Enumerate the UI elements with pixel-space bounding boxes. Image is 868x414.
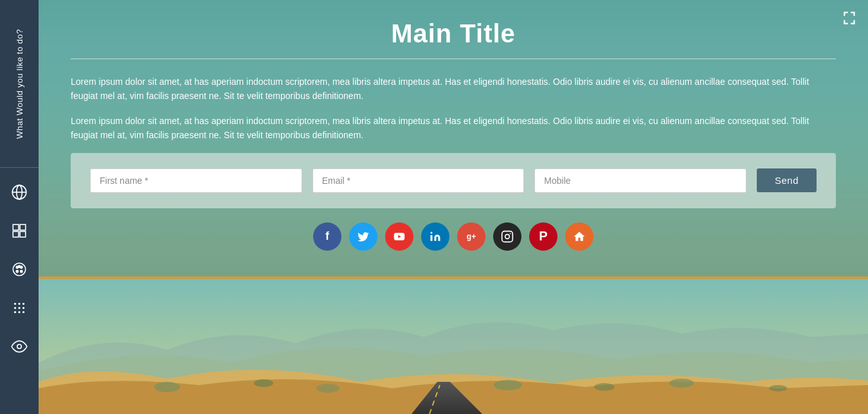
svg-point-25 — [505, 234, 510, 239]
first-name-input[interactable] — [90, 168, 302, 193]
twitter-button[interactable] — [349, 222, 377, 251]
send-button[interactable]: Send — [757, 168, 817, 192]
pinterest-button[interactable]: P — [529, 222, 557, 251]
svg-point-11 — [21, 271, 23, 273]
svg-point-16 — [14, 307, 16, 309]
svg-point-22 — [17, 345, 22, 349]
sidebar: What Would you like to do? — [0, 0, 39, 414]
main-title: Main Title — [71, 19, 836, 48]
svg-point-18 — [23, 307, 24, 309]
svg-point-14 — [18, 303, 20, 305]
svg-point-7 — [13, 263, 26, 276]
svg-point-20 — [18, 311, 20, 313]
svg-point-31 — [494, 380, 522, 390]
svg-point-34 — [769, 385, 787, 392]
linkedin-button[interactable] — [421, 222, 449, 251]
sidebar-icon-eye[interactable] — [0, 327, 39, 366]
form-row: Send — [90, 168, 817, 193]
youtube-button[interactable] — [385, 222, 413, 251]
facebook-button[interactable]: f — [313, 222, 341, 251]
sidebar-icon-palette[interactable] — [0, 250, 39, 289]
svg-point-23 — [431, 231, 433, 233]
social-row: f g+ P — [71, 222, 836, 257]
svg-point-32 — [594, 383, 615, 391]
home-button[interactable] — [565, 222, 593, 251]
svg-point-21 — [23, 311, 24, 313]
sidebar-icons — [0, 168, 39, 414]
svg-point-10 — [16, 271, 18, 273]
collapse-button[interactable] — [840, 8, 860, 28]
mobile-input[interactable] — [534, 168, 746, 193]
svg-point-19 — [14, 311, 16, 313]
svg-point-29 — [254, 379, 273, 387]
svg-rect-4 — [20, 224, 26, 230]
svg-point-26 — [510, 233, 511, 234]
email-input[interactable] — [312, 168, 525, 193]
main-content: Main Title Lorem ipsum dolor sit amet, a… — [39, 0, 868, 414]
svg-point-12 — [18, 266, 20, 267]
svg-rect-3 — [13, 224, 19, 230]
google-plus-button[interactable]: g+ — [457, 222, 485, 251]
sidebar-icon-box[interactable] — [0, 212, 39, 250]
svg-point-28 — [154, 382, 180, 392]
body-paragraph-1: Lorem ipsum dolor sit amet, at has aperi… — [71, 75, 836, 104]
content-panel: Main Title Lorem ipsum dolor sit amet, a… — [39, 0, 868, 276]
svg-point-33 — [669, 379, 694, 388]
svg-point-15 — [23, 303, 24, 305]
instagram-button[interactable] — [493, 222, 521, 251]
svg-rect-5 — [13, 231, 19, 237]
svg-rect-24 — [502, 231, 513, 242]
svg-point-30 — [316, 384, 339, 393]
sidebar-icon-dots[interactable] — [0, 289, 39, 327]
svg-rect-6 — [20, 231, 26, 237]
form-container: Send — [71, 153, 836, 208]
body-paragraph-2: Lorem ipsum dolor sit amet, at has aperi… — [71, 114, 836, 143]
title-divider — [71, 59, 836, 59]
sidebar-icon-globe[interactable] — [0, 173, 39, 212]
svg-point-13 — [14, 303, 16, 305]
sidebar-label: What Would you like to do? — [15, 0, 24, 167]
svg-point-17 — [18, 307, 20, 309]
desert-scene — [39, 279, 868, 414]
